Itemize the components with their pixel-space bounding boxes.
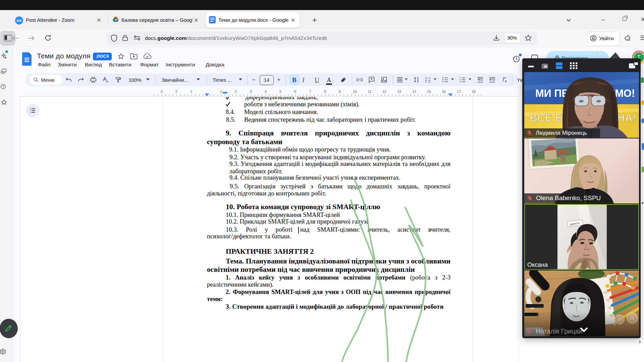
svg-text:3: 3: [460, 81, 461, 83]
